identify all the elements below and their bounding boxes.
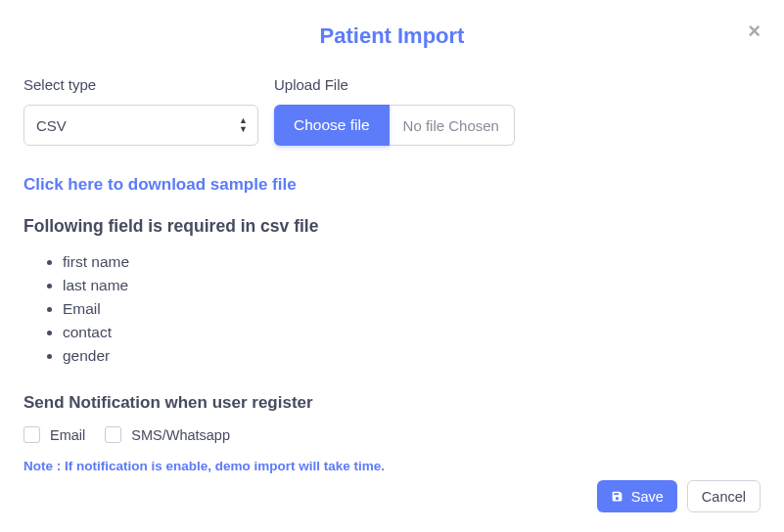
download-sample-link[interactable]: Click here to download sample file [23, 175, 761, 195]
sms-checkbox-label: SMS/Whatsapp [131, 427, 230, 443]
upload-file-label: Upload File [274, 76, 515, 93]
close-icon[interactable]: × [742, 20, 766, 43]
note-text: Note : If notification is enable, demo i… [23, 459, 761, 473]
list-item: first name [63, 250, 761, 274]
email-checkbox-label: Email [50, 427, 85, 443]
choose-file-button[interactable]: Choose file [274, 105, 390, 146]
email-checkbox-wrap: Email [23, 426, 85, 443]
cancel-button[interactable]: Cancel [687, 480, 761, 512]
modal-footer: Save Cancel [597, 480, 761, 512]
select-type-field: Select type CSV ▲▼ [23, 76, 258, 146]
modal-title: Patient Import [23, 23, 761, 49]
form-row: Select type CSV ▲▼ Upload File Choose fi… [23, 76, 761, 146]
patient-import-modal: × Patient Import Select type CSV ▲▼ Uplo… [0, 0, 784, 532]
file-chosen-text: No file Chosen [390, 105, 515, 146]
select-type-value: CSV [36, 117, 67, 134]
notification-heading: Send Notification when user register [23, 393, 761, 413]
required-fields-list: first name last name Email contact gende… [23, 250, 761, 368]
upload-file-field: Upload File Choose file No file Chosen [274, 76, 515, 146]
required-fields-heading: Following field is required in csv file [23, 216, 761, 237]
save-button-label: Save [631, 489, 664, 505]
save-icon [611, 490, 623, 503]
email-checkbox[interactable] [23, 426, 40, 443]
upload-wrap: Choose file No file Chosen [274, 105, 515, 146]
list-item: gender [63, 344, 761, 368]
chevron-updown-icon: ▲▼ [239, 117, 248, 133]
sms-checkbox[interactable] [105, 426, 121, 443]
list-item: last name [63, 274, 761, 297]
list-item: Email [63, 297, 761, 321]
notification-options: Email SMS/Whatsapp [23, 426, 761, 443]
list-item: contact [63, 321, 761, 344]
sms-checkbox-wrap: SMS/Whatsapp [105, 426, 230, 443]
select-type-label: Select type [23, 76, 258, 93]
save-button[interactable]: Save [597, 480, 677, 512]
select-type-dropdown[interactable]: CSV ▲▼ [23, 105, 258, 146]
